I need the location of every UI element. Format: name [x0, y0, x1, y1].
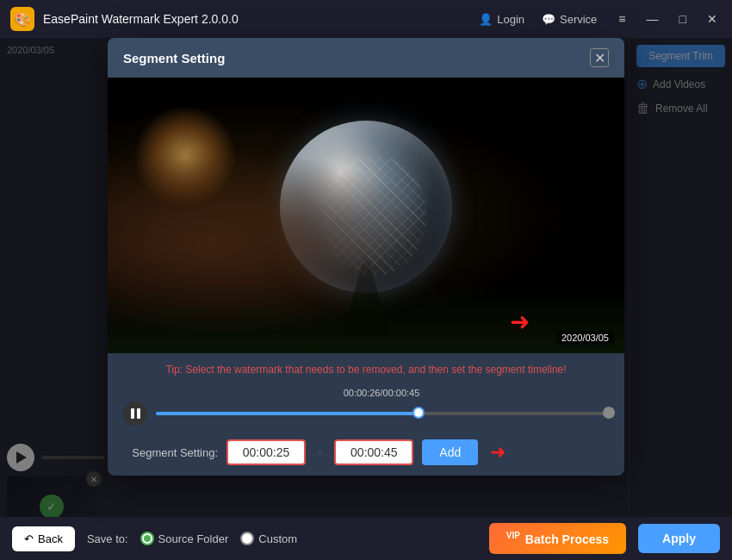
bottom-bar: ↶ Back Save to: Source Folder Custom VIP… — [0, 517, 732, 560]
source-folder-radio[interactable] — [140, 532, 154, 545]
video-timestamp: 2020/03/05 — [556, 331, 614, 345]
maximize-button[interactable]: □ — [675, 10, 691, 28]
minimize-button[interactable]: — — [642, 10, 663, 28]
timeline-progress — [156, 412, 419, 415]
service-nav-item[interactable]: 💬 Service — [542, 13, 597, 26]
login-label: Login — [497, 13, 524, 26]
service-icon: 💬 — [542, 13, 555, 26]
close-button[interactable]: ✕ — [703, 10, 722, 28]
video-background — [108, 78, 624, 353]
dialog-header: Segment Setting ✕ — [108, 38, 624, 78]
time-display: 00:00:26/00:00:45 — [344, 388, 420, 398]
hamburger-icon[interactable]: ≡ — [614, 10, 630, 28]
pause-bar-left — [131, 408, 134, 419]
pause-bar-right — [137, 408, 140, 419]
user-icon: 👤 — [479, 13, 493, 26]
timeline-track[interactable] — [156, 411, 609, 416]
dialog-body: ➜ 2020/03/05 Tip: Select the watermark t… — [108, 78, 624, 476]
back-button[interactable]: ↶ Back — [12, 526, 75, 551]
segment-dash: - — [318, 445, 322, 460]
tip-text: Tip: Select the watermark that needs to … — [123, 364, 609, 376]
app-title: EasePaint Watermark Expert 2.0.0.0 — [43, 12, 239, 26]
segment-setting-row: Segment Setting: - Add ➜ — [123, 431, 609, 465]
title-bar-right: 👤 Login 💬 Service ≡ — □ ✕ — [479, 10, 722, 28]
segment-start-box[interactable] — [226, 439, 306, 465]
dialog-close-button[interactable]: ✕ — [590, 48, 609, 67]
add-segment-button[interactable]: Add — [422, 439, 478, 465]
back-label: Back — [38, 532, 63, 545]
timeline-background — [156, 412, 609, 415]
service-label: Service — [560, 13, 597, 26]
segment-setting-dialog: Segment Setting ✕ — [108, 38, 624, 476]
red-arrow-right-icon: ➜ — [490, 441, 506, 464]
save-to-label: Save to: — [87, 532, 128, 545]
segment-end-input[interactable] — [339, 441, 408, 464]
title-bar-nav: 👤 Login 💬 Service — [479, 13, 597, 26]
batch-process-button[interactable]: VIP Batch Process — [489, 523, 626, 554]
segment-setting-label: Segment Setting: — [123, 446, 218, 459]
title-controls: ≡ — □ ✕ — [614, 10, 722, 28]
dialog-overlay: Segment Setting ✕ — [0, 38, 732, 517]
timeline-section: Tip: Select the watermark that needs to … — [108, 353, 624, 476]
source-folder-label: Source Folder — [158, 532, 229, 545]
timeline-end-handle[interactable] — [603, 407, 615, 419]
custom-option[interactable]: Custom — [240, 532, 297, 545]
apply-button[interactable]: Apply — [638, 524, 720, 553]
time-row: 00:00:26/00:00:45 — [123, 384, 609, 400]
custom-label: Custom — [258, 532, 297, 545]
segment-start-input[interactable] — [232, 441, 301, 464]
source-folder-option[interactable]: Source Folder — [140, 532, 229, 545]
red-arrow-video-icon: ➜ — [510, 308, 530, 336]
pause-icon — [131, 408, 140, 419]
batch-process-label: Batch Process — [525, 532, 609, 546]
video-preview: ➜ 2020/03/05 — [108, 78, 624, 353]
back-icon: ↶ — [24, 532, 34, 545]
title-bar: 🎨 EasePaint Watermark Expert 2.0.0.0 👤 L… — [0, 0, 732, 38]
title-bar-left: 🎨 EasePaint Watermark Expert 2.0.0.0 — [10, 7, 239, 31]
app-logo: 🎨 — [10, 7, 34, 31]
custom-radio[interactable] — [240, 532, 254, 545]
radio-checked-inner — [144, 535, 151, 542]
pause-button[interactable] — [123, 401, 147, 426]
timeline-handle[interactable] — [413, 407, 425, 419]
dialog-title: Segment Setting — [123, 51, 225, 65]
login-nav-item[interactable]: 👤 Login — [479, 13, 524, 26]
timeline-controls — [123, 401, 609, 426]
timeline-wrapper: 00:00:26/00:00:45 — [123, 384, 609, 431]
segment-end-box[interactable] — [334, 439, 413, 465]
